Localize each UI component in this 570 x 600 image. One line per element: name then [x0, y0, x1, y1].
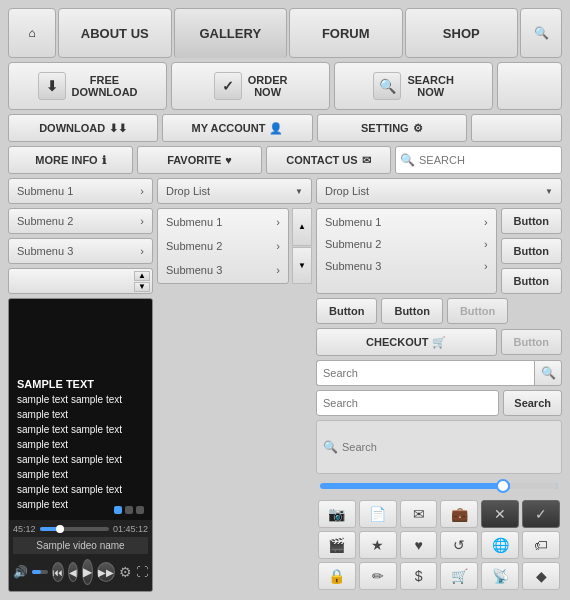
mid-spin-down[interactable]: ▼: [292, 247, 312, 285]
cart-icon: 🛒: [432, 336, 446, 349]
rewind-button[interactable]: ⏮: [52, 562, 64, 582]
contact-us-button[interactable]: CONTACT US ✉: [266, 146, 391, 174]
free-download-button[interactable]: ⬇ FREE DOWNLOAD: [8, 62, 167, 110]
left-submenu-3[interactable]: Submenu 3 ›: [8, 238, 153, 264]
order-now-button[interactable]: ✓ ORDER NOW: [171, 62, 330, 110]
nav-shop[interactable]: SHOP: [405, 8, 519, 58]
dollar-icon-cell[interactable]: $: [400, 562, 438, 590]
search-field-2[interactable]: [316, 390, 499, 416]
nav-forum[interactable]: FORUM: [289, 8, 403, 58]
prev-button[interactable]: ◀: [68, 562, 78, 582]
icon-grid: 📷 📄 ✉ 💼 ✕ ✓ 🎬 ★ ♥ ↺ 🌐 🏷 🔒 ✏ $ 🛒 📡 ◆: [316, 498, 562, 592]
setting-button[interactable]: SETTING ⚙: [317, 114, 467, 142]
right-submenu-2[interactable]: Submenu 2 ›: [317, 233, 496, 255]
empty-slot: [497, 62, 562, 110]
expand-icon[interactable]: ⛶: [136, 562, 148, 582]
search-now-button[interactable]: 🔍 SEARCH NOW: [334, 62, 493, 110]
heart-icon: ♥: [225, 154, 232, 166]
settings-icon[interactable]: ⚙: [119, 562, 132, 582]
lock-icon-cell[interactable]: 🔒: [318, 562, 356, 590]
chevron-right-icon: ›: [140, 245, 144, 257]
briefcase-icon-cell[interactable]: 💼: [440, 500, 478, 528]
tag-icon-cell[interactable]: 🏷: [522, 531, 560, 559]
cart-icon-cell[interactable]: 🛒: [440, 562, 478, 590]
globe-icon-cell[interactable]: 🌐: [481, 531, 519, 559]
check-icon: ✓: [214, 72, 242, 100]
checkout-inactive[interactable]: Button: [501, 329, 562, 355]
favorite-button[interactable]: FAVORITE ♥: [137, 146, 262, 174]
nav-gallery[interactable]: GALLERY: [174, 8, 288, 58]
checkout-button[interactable]: CHECKOUT 🛒: [316, 328, 497, 356]
nav-about-us[interactable]: ABOUT US: [58, 8, 172, 58]
mid-submenu-2[interactable]: Submenu 2 ›: [158, 235, 288, 257]
mail-icon-cell[interactable]: ✉: [400, 500, 438, 528]
play-button[interactable]: ▶: [82, 559, 93, 585]
nav-search-button[interactable]: 🔍: [520, 8, 562, 58]
middle-column: Drop List ▼ Submenu 1 › Submenu 2 › Subm…: [157, 178, 312, 592]
search-input[interactable]: [419, 154, 557, 166]
account-icon: 👤: [269, 122, 283, 135]
chevron-right-icon: ›: [484, 216, 488, 228]
check-icon-cell[interactable]: ✓: [522, 500, 560, 528]
home-button[interactable]: ⌂: [8, 8, 56, 58]
search-inline[interactable]: 🔍: [395, 146, 562, 174]
spinner-up[interactable]: ▲: [134, 271, 150, 281]
volume-icon: 🔊: [13, 565, 28, 579]
my-account-button[interactable]: MY ACCOUNT 👤: [162, 114, 312, 142]
search-sm-icon: 🔍: [323, 440, 338, 454]
document-icon-cell[interactable]: 📄: [359, 500, 397, 528]
download-arrows-icon: ⬇⬇: [109, 122, 127, 135]
video-screen: SAMPLE TEXT sample text sample text samp…: [9, 299, 152, 520]
video-icon-cell[interactable]: 🎬: [318, 531, 356, 559]
button-pair-2[interactable]: Button: [381, 298, 442, 324]
video-name: Sample video name: [13, 537, 148, 554]
envelope-icon: ✉: [362, 154, 371, 167]
search-icon-button[interactable]: 🔍: [534, 360, 562, 386]
info-row: MORE INFO ℹ FAVORITE ♥ CONTACT US ✉ 🔍: [8, 146, 562, 174]
refresh-icon-cell[interactable]: ↺: [440, 531, 478, 559]
mid-dropdown[interactable]: Drop List ▼: [157, 178, 312, 204]
left-submenu-1[interactable]: Submenu 1 ›: [8, 178, 153, 204]
left-submenu-2[interactable]: Submenu 2 ›: [8, 208, 153, 234]
right-button-3[interactable]: Button: [501, 268, 562, 294]
video-progress-bar[interactable]: [40, 527, 109, 531]
pencil-icon-cell[interactable]: ✏: [359, 562, 397, 590]
mid-submenu-1[interactable]: Submenu 1 ›: [158, 211, 288, 233]
search-field-1[interactable]: [316, 360, 534, 386]
toolbar-row: DOWNLOAD ⬇⬇ MY ACCOUNT 👤 SETTING ⚙: [8, 114, 562, 142]
search-wrapper-3: 🔍: [316, 420, 562, 474]
search-field-3[interactable]: [342, 441, 555, 453]
left-spinner: ▲ ▼: [8, 268, 153, 294]
mid-submenu-3[interactable]: Submenu 3 ›: [158, 259, 288, 281]
chevron-right-icon: ›: [140, 215, 144, 227]
diamond-icon-cell[interactable]: ◆: [522, 562, 560, 590]
right-button-2[interactable]: Button: [501, 238, 562, 264]
dropdown-arrow-icon: ▼: [545, 187, 553, 196]
download-button[interactable]: DOWNLOAD ⬇⬇: [8, 114, 158, 142]
close-icon-cell[interactable]: ✕: [481, 500, 519, 528]
download-icon: ⬇: [38, 72, 66, 100]
right-side-buttons: Button Button Button: [501, 208, 562, 294]
inactive-button[interactable]: Button: [447, 298, 508, 324]
right-submenu-3[interactable]: Submenu 3 ›: [317, 255, 496, 277]
right-dropdown[interactable]: Drop List ▼: [316, 178, 562, 204]
right-submenu-1[interactable]: Submenu 1 ›: [317, 211, 496, 233]
slider-track[interactable]: [320, 483, 558, 489]
next-button[interactable]: ▶▶: [97, 562, 115, 582]
more-info-button[interactable]: MORE INFO ℹ: [8, 146, 133, 174]
camera-icon-cell[interactable]: 📷: [318, 500, 356, 528]
star-icon-cell[interactable]: ★: [359, 531, 397, 559]
heart-icon-cell[interactable]: ♥: [400, 531, 438, 559]
main-content: Submenu 1 › Submenu 2 › Submenu 3 › ▲ ▼: [8, 178, 562, 592]
volume-slider[interactable]: [32, 570, 48, 574]
chevron-right-icon: ›: [484, 260, 488, 272]
info-icon: ℹ: [102, 154, 106, 167]
right-button-1[interactable]: Button: [501, 208, 562, 234]
signal-icon-cell[interactable]: 📡: [481, 562, 519, 590]
spinner-down[interactable]: ▼: [134, 282, 150, 292]
search-text-button[interactable]: Search: [503, 390, 562, 416]
button-pair-1[interactable]: Button: [316, 298, 377, 324]
video-time-current: 45:12: [13, 524, 36, 534]
mid-spin-up[interactable]: ▲: [292, 208, 312, 246]
slider-row: [316, 478, 562, 494]
